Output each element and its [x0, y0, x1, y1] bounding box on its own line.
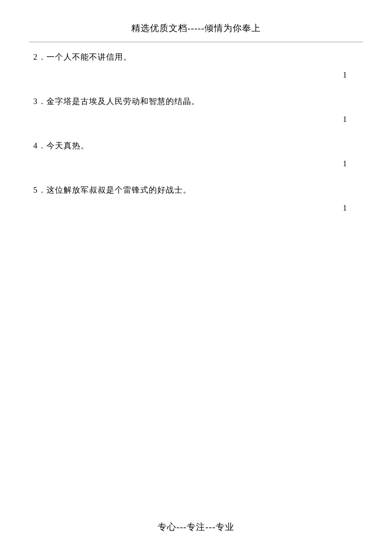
item-text: 5．这位解放军叔叔是个雷锋式的好战士。 [33, 185, 359, 196]
item-mark: 1 [33, 115, 359, 124]
list-item: 3．金字塔是古埃及人民劳动和智慧的结晶。 1 [33, 96, 359, 124]
page-header: 精选优质文档-----倾情为你奉上 [0, 0, 392, 38]
footer-text: 专心---专注---专业 [158, 522, 234, 532]
list-item: 4．今天真热。 1 [33, 140, 359, 168]
list-item: 5．这位解放军叔叔是个雷锋式的好战士。 1 [33, 185, 359, 213]
page-footer: 专心---专注---专业 [0, 521, 392, 533]
item-mark: 1 [33, 159, 359, 168]
item-text: 2．一个人不能不讲信用。 [33, 52, 359, 63]
header-title: 精选优质文档-----倾情为你奉上 [131, 23, 261, 33]
item-mark: 1 [33, 203, 359, 213]
content-area: 2．一个人不能不讲信用。 1 3．金字塔是古埃及人民劳动和智慧的结晶。 1 4．… [0, 42, 392, 213]
item-mark: 1 [33, 70, 359, 80]
item-text: 4．今天真热。 [33, 140, 359, 151]
list-item: 2．一个人不能不讲信用。 1 [33, 52, 359, 80]
item-text: 3．金字塔是古埃及人民劳动和智慧的结晶。 [33, 96, 359, 107]
